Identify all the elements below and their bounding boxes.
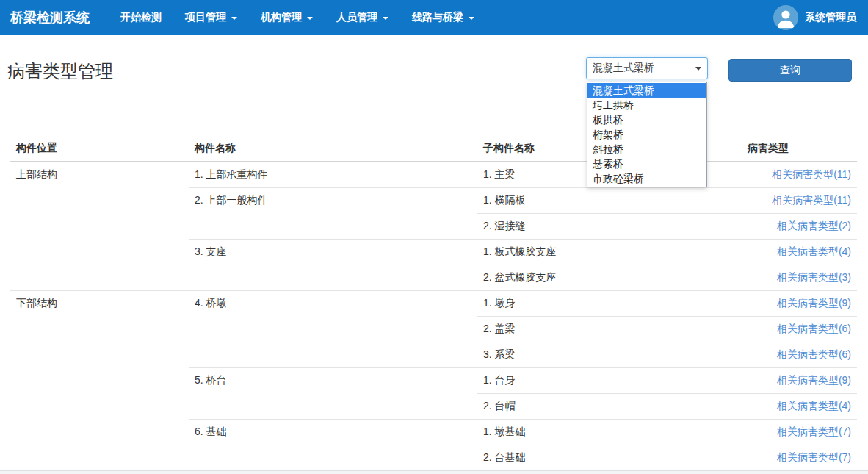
- chevron-down-icon: [469, 17, 474, 20]
- disease-link-cell: 相关病害类型(3): [742, 265, 857, 291]
- header-position: 构件位置: [10, 136, 189, 162]
- subcomponent-cell: 1. 墩基础: [477, 420, 742, 445]
- position-cell: 上部结构: [10, 162, 189, 291]
- nav-item-label: 人员管理: [336, 11, 377, 24]
- dropdown-option[interactable]: 圬工拱桥: [587, 98, 706, 112]
- disease-type-link[interactable]: 相关病害类型(9): [777, 374, 851, 386]
- query-button[interactable]: 查询: [728, 59, 852, 82]
- chevron-down-icon: [231, 17, 237, 20]
- horizontal-scrollbar[interactable]: [0, 470, 868, 474]
- disease-type-link[interactable]: 相关病害类型(9): [777, 297, 851, 309]
- nav-item[interactable]: 机构管理: [249, 0, 325, 35]
- disease-link-cell: 相关病害类型(9): [742, 368, 857, 394]
- disease-link-cell: 相关病害类型(2): [742, 214, 857, 240]
- header-disease-type: 病害类型: [742, 136, 857, 162]
- subcomponent-cell: 2. 盖梁: [477, 317, 742, 342]
- disease-link-cell: 相关病害类型(4): [742, 240, 857, 265]
- disease-link-cell: 相关病害类型(6): [742, 342, 857, 368]
- disease-type-link[interactable]: 相关病害类型(6): [777, 348, 851, 360]
- nav-item[interactable]: 开始检测: [109, 0, 173, 35]
- disease-type-link[interactable]: 相关病害类型(6): [777, 323, 851, 334]
- component-cell: 4. 桥墩: [189, 291, 477, 368]
- nav-item-label: 开始检测: [120, 11, 162, 24]
- nav-item-label: 线路与桥梁: [412, 11, 463, 24]
- dropdown-option[interactable]: 桁架桥: [587, 127, 706, 142]
- disease-link-cell: 相关病害类型(7): [742, 445, 857, 471]
- disease-type-link[interactable]: 相关病害类型(4): [777, 245, 851, 257]
- app-title[interactable]: 桥梁检测系统: [9, 9, 109, 26]
- dropdown-option[interactable]: 悬索桥: [587, 157, 706, 171]
- dropdown-option[interactable]: 板拱桥: [587, 112, 706, 127]
- nav-item[interactable]: 线路与桥梁: [400, 0, 486, 35]
- table-row: 上部结构1. 上部承重构件1. 主梁相关病害类型(11): [10, 162, 857, 188]
- nav-item-label: 机构管理: [261, 11, 302, 24]
- disease-link-cell: 相关病害类型(7): [742, 420, 857, 445]
- chevron-down-icon: [695, 67, 701, 71]
- subcomponent-cell: 2. 台基础: [477, 445, 742, 471]
- disease-type-link[interactable]: 相关病害类型(4): [777, 400, 851, 412]
- top-navbar: 桥梁检测系统 开始检测项目管理机构管理人员管理线路与桥梁 系统管理员: [0, 0, 868, 35]
- subcomponent-cell: 1. 板式橡胶支座: [477, 240, 742, 265]
- disease-link-cell: 相关病害类型(4): [742, 394, 857, 420]
- user-avatar: [773, 5, 798, 30]
- header-component: 构件名称: [189, 136, 477, 162]
- nav-item-label: 项目管理: [185, 11, 226, 24]
- table-row: 下部结构4. 桥墩1. 墩身相关病害类型(9): [10, 291, 857, 317]
- user-name: 系统管理员: [805, 11, 856, 24]
- dropdown-option[interactable]: 斜拉桥: [587, 142, 706, 157]
- chevron-down-icon: [383, 17, 388, 20]
- subcomponent-cell: 1. 横隔板: [477, 188, 742, 214]
- disease-type-link[interactable]: 相关病害类型(3): [777, 271, 851, 283]
- navbar-menu: 开始检测项目管理机构管理人员管理线路与桥梁: [109, 0, 486, 35]
- bridge-type-dropdown: 混凝土式梁桥圬工拱桥板拱桥桁架桥斜拉桥悬索桥市政砼梁桥: [587, 82, 707, 187]
- dropdown-option[interactable]: 市政砼梁桥: [587, 171, 706, 186]
- chevron-down-icon: [307, 17, 313, 20]
- user-menu[interactable]: 系统管理员: [773, 5, 868, 30]
- subcomponent-cell: 2. 湿接缝: [477, 214, 742, 240]
- disease-link-cell: 相关病害类型(6): [742, 317, 857, 342]
- component-cell: 2. 上部一般构件: [189, 188, 477, 240]
- nav-item[interactable]: 项目管理: [173, 0, 249, 35]
- disease-type-link[interactable]: 相关病害类型(7): [777, 425, 851, 437]
- subcomponent-cell: 1. 台身: [477, 368, 742, 394]
- bridge-type-selected-value: 混凝土式梁桥: [593, 62, 654, 75]
- disease-type-link[interactable]: 相关病害类型(11): [772, 168, 851, 180]
- disease-link-cell: 相关病害类型(11): [742, 162, 857, 188]
- disease-link-cell: 相关病害类型(11): [742, 188, 857, 214]
- user-icon: [773, 5, 798, 30]
- table-header-row: 构件位置 构件名称 子构件名称 病害类型: [10, 136, 857, 162]
- disease-type-link[interactable]: 相关病害类型(7): [777, 451, 851, 463]
- disease-type-link[interactable]: 相关病害类型(2): [777, 220, 851, 231]
- nav-item[interactable]: 人员管理: [325, 0, 400, 35]
- table-body: 上部结构1. 上部承重构件1. 主梁相关病害类型(11)2. 上部一般构件1. …: [10, 162, 857, 474]
- disease-types-table: 构件位置 构件名称 子构件名称 病害类型 上部结构1. 上部承重构件1. 主梁相…: [10, 136, 857, 474]
- bridge-type-select[interactable]: 混凝土式梁桥: [586, 57, 708, 79]
- component-cell: 1. 上部承重构件: [189, 162, 477, 188]
- subcomponent-cell: 3. 系梁: [477, 342, 742, 368]
- disease-type-link[interactable]: 相关病害类型(11): [772, 194, 851, 206]
- dropdown-option[interactable]: 混凝土式梁桥: [587, 83, 706, 98]
- subcomponent-cell: 2. 盆式橡胶支座: [477, 265, 742, 291]
- component-cell: 5. 桥台: [189, 368, 477, 420]
- disease-link-cell: 相关病害类型(9): [742, 291, 857, 317]
- position-cell: 下部结构: [10, 291, 189, 474]
- subcomponent-cell: 1. 墩身: [477, 291, 742, 317]
- component-cell: 3. 支座: [189, 240, 477, 291]
- subcomponent-cell: 2. 台帽: [477, 394, 742, 420]
- component-cell: 6. 基础: [189, 420, 477, 471]
